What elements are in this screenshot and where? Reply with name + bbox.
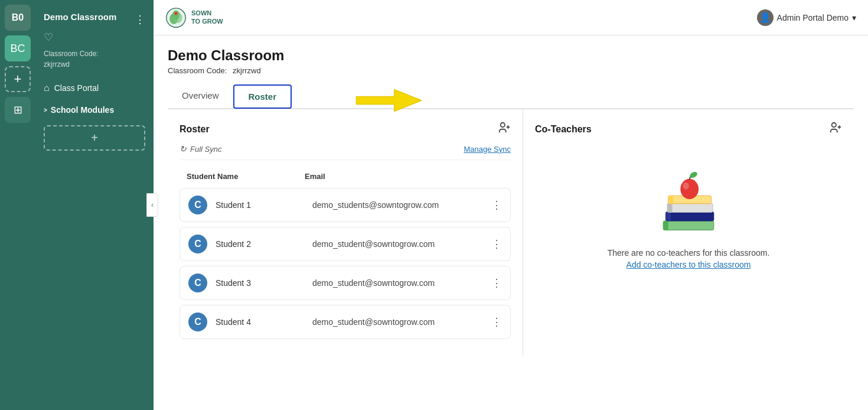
chevron-right-icon: >	[44, 107, 47, 113]
books-illustration	[653, 168, 724, 239]
svg-point-4	[174, 12, 177, 15]
table-row: C Student 4 demo_student@sowntogrow.com …	[180, 305, 511, 339]
sync-icon: ↻	[180, 144, 187, 154]
icon-bar-grid[interactable]: ⊞	[5, 97, 31, 123]
sidebar-add-button[interactable]: +	[44, 125, 145, 151]
svg-rect-14	[665, 212, 713, 221]
sidebar: Demo Classroom ⋮ ♡ Classroom Code: zkjrr…	[35, 0, 154, 410]
student-name: Student 3	[216, 278, 304, 288]
sidebar-favorite-button[interactable]: ♡	[35, 28, 154, 48]
student-name: Student 4	[216, 317, 304, 327]
student-more-button[interactable]: ⋮	[491, 276, 502, 289]
logo-area: SOWN TO GROW	[165, 7, 223, 28]
roster-title: Roster	[180, 124, 210, 135]
table-header: Student Name Email	[180, 168, 511, 184]
table-row: C Student 3 demo_student@sowntogrow.com …	[180, 266, 511, 300]
avatar: C	[188, 235, 207, 253]
add-co-teacher-icon[interactable]	[829, 121, 842, 137]
sidebar-more-button[interactable]: ⋮	[135, 12, 145, 26]
student-more-button[interactable]: ⋮	[491, 199, 502, 211]
tab-roster[interactable]: Roster	[233, 84, 292, 109]
sidebar-header: Demo Classroom ⋮	[35, 7, 154, 28]
svg-point-21	[683, 183, 689, 190]
user-dropdown-icon: ▾	[852, 13, 856, 22]
student-name: Student 1	[216, 200, 304, 210]
home-icon: ⌂	[44, 83, 50, 93]
logo-text: SOWN TO GROW	[191, 9, 223, 25]
student-email: demo_students@sowntogrow.com	[312, 200, 483, 210]
table-row: C Student 2 demo_student@sowntogrow.com …	[180, 227, 511, 261]
icon-bar-add[interactable]: +	[5, 66, 31, 92]
icon-bar: B0 BC + ⊞	[0, 0, 35, 410]
sidebar-collapse-button[interactable]: ‹	[146, 193, 158, 217]
student-more-button[interactable]: ⋮	[491, 237, 502, 250]
svg-rect-19	[668, 196, 674, 204]
icon-bar-b0[interactable]: B0	[5, 5, 31, 31]
full-sync-label: ↻ Full Sync	[180, 144, 221, 154]
tabs-bar: Overview Roster	[168, 84, 854, 109]
top-bar: SOWN TO GROW 👤 Admin Portal Demo ▾	[154, 0, 868, 35]
no-coteachers-text: There are no co-teachers for this classr…	[608, 248, 770, 258]
svg-rect-17	[667, 203, 673, 212]
chevron-left-icon: ‹	[151, 201, 154, 209]
svg-rect-16	[667, 203, 713, 212]
logo-icon	[165, 7, 187, 28]
student-email: demo_student@sowntogrow.com	[312, 317, 483, 327]
sync-row: ↻ Full Sync Manage Sync	[180, 144, 511, 160]
tab-overview[interactable]: Overview	[168, 84, 233, 109]
page-title: Demo Classroom	[168, 47, 854, 64]
co-teachers-empty-state: There are no co-teachers for this classr…	[535, 144, 842, 293]
add-coteachers-link[interactable]: Add co-teachers to this classroom	[626, 260, 751, 269]
sidebar-item-school-modules[interactable]: > School Modules	[35, 99, 154, 121]
main-content: SOWN TO GROW 👤 Admin Portal Demo ▾ Demo …	[154, 0, 868, 410]
table-row: C Student 1 demo_students@sowntogrow.com…	[180, 188, 511, 222]
icon-bar-bc[interactable]: BC	[5, 35, 31, 61]
col-header-email: Email	[305, 172, 504, 181]
roster-header: Roster	[180, 121, 511, 137]
page-area: Demo Classroom Classroom Code: zkjrrzwd …	[154, 35, 868, 410]
col-header-name: Student Name	[187, 172, 293, 181]
manage-sync-link[interactable]: Manage Sync	[464, 145, 511, 154]
student-more-button[interactable]: ⋮	[491, 315, 502, 328]
co-teachers-section: Co-Teachers	[523, 109, 854, 356]
user-avatar-icon: 👤	[757, 9, 774, 26]
svg-rect-12	[663, 221, 714, 230]
classroom-code-row: Classroom Code: zkjrrzwd	[168, 66, 854, 75]
student-email: demo_student@sowntogrow.com	[312, 278, 483, 288]
svg-point-20	[680, 179, 699, 199]
co-teachers-title: Co-Teachers	[535, 124, 592, 135]
sidebar-classroom-code: Classroom Code: zkjrrzwd	[35, 48, 154, 77]
avatar: C	[188, 313, 207, 331]
svg-point-6	[501, 123, 505, 127]
add-student-icon[interactable]	[498, 121, 511, 137]
student-email: demo_student@sowntogrow.com	[312, 239, 483, 249]
svg-point-9	[832, 123, 836, 127]
avatar: C	[188, 196, 207, 214]
student-name: Student 2	[216, 239, 304, 249]
sidebar-classroom-title: Demo Classroom	[44, 12, 116, 22]
user-name-label: Admin Portal Demo	[777, 13, 849, 22]
two-col-layout: Roster ↻ Full Sync Manage Sync	[168, 109, 854, 356]
co-teachers-header: Co-Teachers	[535, 121, 842, 137]
sidebar-item-class-portal[interactable]: ⌂ Class Portal	[35, 77, 154, 99]
avatar: C	[188, 274, 207, 292]
svg-rect-13	[663, 221, 668, 230]
svg-rect-15	[665, 212, 671, 221]
roster-section: Roster ↻ Full Sync Manage Sync	[168, 109, 523, 356]
user-menu[interactable]: 👤 Admin Portal Demo ▾	[757, 9, 856, 26]
